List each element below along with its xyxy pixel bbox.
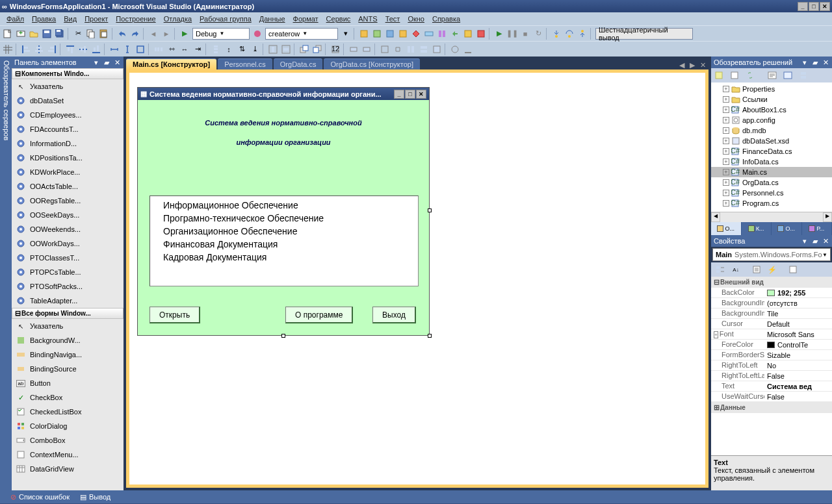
property-row[interactable]: CursorDefault [711,319,832,329]
property-row[interactable]: RightToLeftNo [711,360,832,371]
layout-tool-i[interactable] [462,43,474,56]
dropdown-icon[interactable]: ▾ [801,237,809,245]
nav-fwd-icon[interactable]: ► [160,27,173,40]
designed-form-window[interactable]: ▦ Система ведения нормативно-справочной … [137,87,430,336]
center-v-icon[interactable] [280,43,292,56]
sol-bottom-tab[interactable]: Р... [802,222,833,235]
menu-item-сервис[interactable]: Сервис [322,14,355,24]
menu-item-проект[interactable]: Проект [81,14,112,24]
tool-icon-3[interactable] [384,27,396,40]
align-bottom-icon[interactable] [90,43,103,56]
expand-icon[interactable]: + [723,117,729,123]
toolbox-item[interactable]: FDAccountsT... [12,122,124,136]
doc-tab[interactable]: Personnel.cs [218,58,272,69]
nav-back-icon[interactable]: ◄ [147,27,160,40]
expand-icon[interactable]: + [723,179,729,186]
toolbox-item[interactable]: OOWorkDays... [12,236,124,251]
pin-icon[interactable]: ▰ [811,58,819,66]
menu-item-данные[interactable]: Данные [255,14,289,24]
toolbox-item[interactable]: PTOPCsTable... [12,265,124,279]
expand-icon[interactable]: + [723,158,729,165]
categories-listbox[interactable]: Информационное ОбеспечениеПрограмно-техн… [150,195,419,286]
expand-icon[interactable]: + [723,200,729,207]
menu-item-рабочая группа[interactable]: Рабочая группа [196,14,255,24]
align-top-icon[interactable] [64,43,77,56]
menu-item-правка[interactable]: Правка [28,14,60,24]
toolbox-item[interactable]: OOSeekDays... [12,208,124,222]
open-button[interactable]: Открыть [150,307,200,323]
tree-row[interactable]: +dbDataSet.xsd [711,136,832,146]
toolbox-item[interactable]: KDPositionsTa... [12,151,124,165]
tree-row[interactable]: +db.mdb [711,125,832,136]
tab-close-icon[interactable]: ✕ [697,61,708,69]
align-middle-icon[interactable] [77,43,90,56]
menu-item-ants[interactable]: ANTS [354,14,381,24]
menu-item-тест[interactable]: Тест [382,14,404,24]
view-diagram-icon[interactable] [797,69,810,82]
bring-front-icon[interactable] [298,43,311,56]
solution-scrollbar[interactable]: ◀ ▶ [711,212,832,222]
grid-icon[interactable] [1,43,14,56]
spacing-h-dec-icon[interactable]: ↔ [178,43,191,56]
maximize-button[interactable]: □ [809,2,819,11]
toolbox-item[interactable]: OOWeekends... [12,222,124,236]
find-icon[interactable]: ▾ [339,27,352,40]
close-panel-icon[interactable]: ✕ [822,237,829,245]
tool-icon-10[interactable] [474,27,488,40]
refresh-icon[interactable] [744,69,757,82]
step-over-icon[interactable] [563,27,576,40]
sol-bottom-tab[interactable]: О... [711,222,742,235]
toolbox-group[interactable]: ⊟Компоненты Windo... [12,68,124,79]
close-panel-icon[interactable]: ✕ [113,58,121,66]
tree-row[interactable]: +C#Main.cs [711,167,832,177]
view-designer-icon[interactable] [781,69,794,82]
output-tab[interactable]: ▤Вывод [75,492,116,503]
tree-row[interactable]: +C#AboutBox1.cs [711,105,832,115]
step-out-icon[interactable] [576,27,589,40]
tool-icon-6[interactable] [422,27,436,40]
exit-button[interactable]: Выход [372,307,416,323]
toolbox-item[interactable]: BackgroundW... [12,333,124,347]
toolbox-item[interactable]: CDEmployees... [12,108,124,122]
tree-row[interactable]: +C#Personnel.cs [711,188,832,198]
menu-item-формат[interactable]: Формат [289,14,322,24]
doc-tab[interactable]: OrgData.cs [Конструктор] [324,58,420,69]
selection-handle-right-bot[interactable] [428,334,432,338]
expand-icon[interactable]: + [723,190,729,196]
step-into-icon[interactable] [550,27,563,40]
toolbox-item[interactable]: ComboBox [12,433,124,447]
undo-icon[interactable] [116,27,129,40]
property-row[interactable]: ForeColorControlTe [711,340,832,350]
spacing-v-dec-icon[interactable]: ⇅ [235,43,248,56]
open-icon[interactable] [27,27,40,40]
sol-bottom-tab[interactable]: О... [772,222,802,235]
expand-icon[interactable]: + [723,138,729,144]
add-item-icon[interactable]: + [14,27,27,40]
new-project-icon[interactable] [1,27,14,40]
expand-icon[interactable]: + [723,148,729,155]
tool-icon-1[interactable] [358,27,370,40]
toolbox-item[interactable]: ContextMenu... [12,447,124,462]
dropdown-icon[interactable]: ▾ [92,58,100,66]
same-height-icon[interactable] [121,43,134,56]
expand-icon[interactable]: + [723,127,729,134]
list-item[interactable]: Финансовая Документация [150,238,418,251]
solution-tree[interactable]: +Properties+Ссылки+C#AboutBox1.cs+app.co… [711,82,832,212]
layout-tool-e[interactable] [404,43,417,56]
menu-item-справка[interactable]: Справка [428,14,464,24]
about-button[interactable]: О программе [285,307,353,323]
events-icon[interactable]: ⚡ [766,263,779,276]
spacing-h-equal-icon[interactable] [152,43,165,56]
property-row[interactable]: BackColor192; 255 [711,288,832,298]
expand-icon[interactable]: + [723,107,729,113]
tree-row[interactable]: +Properties [711,84,832,94]
toolbox-item[interactable]: OORegsTable... [12,194,124,208]
properties-icon[interactable] [750,263,763,276]
start-debug-icon[interactable]: ▶ [178,27,191,40]
paste-icon[interactable] [98,27,110,40]
form-designer-surface[interactable]: ▦ Система ведения нормативно-справочной … [126,69,708,488]
layout-tool-h[interactable] [448,43,462,56]
menu-item-окно[interactable]: Окно [404,14,428,24]
redo-icon[interactable] [129,27,142,40]
toolbox-item[interactable]: dbDataSet [12,94,124,108]
